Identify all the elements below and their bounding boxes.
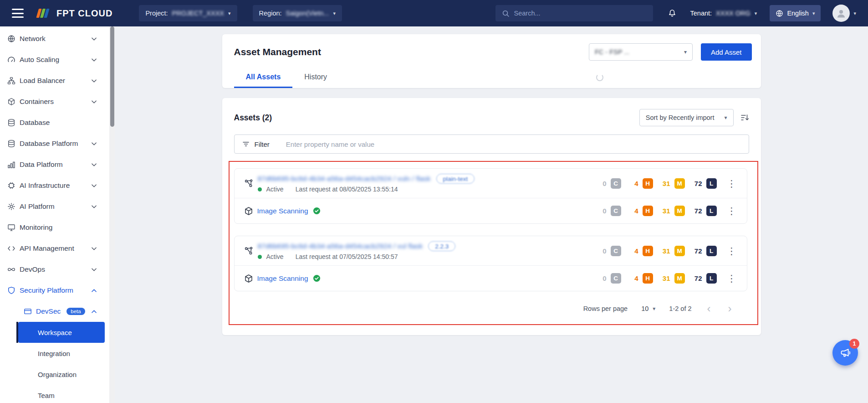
- sort-order-icon: [740, 113, 749, 122]
- top-navbar: FPT CLOUD Project: PROJECT_XXXX ▾ Region…: [0, 0, 868, 26]
- shield-icon: [7, 286, 15, 294]
- medium-badge: M: [674, 273, 685, 284]
- api-icon: [7, 244, 15, 253]
- medium-badge: M: [674, 206, 685, 216]
- sidebar-item-monitoring[interactable]: Monitoring: [0, 217, 109, 238]
- sidebar-item-ai-platform[interactable]: AI Platform: [0, 196, 109, 217]
- sidebar-item-devsec[interactable]: DevSec beta: [0, 301, 109, 322]
- user-icon: [836, 8, 847, 19]
- asset-row: 87d6b695-bc6d-4b34-a56a-d454cacb2924 / v…: [235, 236, 747, 265]
- sidebar-item-integration[interactable]: Integration: [0, 343, 109, 364]
- critical-badge: C: [611, 273, 621, 284]
- chevron-down-icon: ▾: [755, 10, 757, 16]
- chevron-up-icon: [92, 289, 97, 292]
- scope-select[interactable]: FC - FSP ... ▾: [589, 43, 693, 61]
- filter-icon: [242, 140, 250, 148]
- user-menu[interactable]: ▾: [832, 5, 856, 22]
- image-scanning-link[interactable]: Image Scanning: [257, 274, 308, 283]
- critical-badge: C: [611, 178, 621, 189]
- severity-counters: 0C 4H 31M 72L: [589, 246, 717, 256]
- project-value: PROJECT_XXXX: [172, 10, 224, 17]
- sidebar-item-load-balancer[interactable]: Load Balancer: [0, 70, 109, 91]
- project-selector[interactable]: Project: PROJECT_XXXX ▾: [139, 5, 237, 21]
- language-label: English: [787, 10, 809, 17]
- medium-count: 31: [660, 207, 670, 215]
- fpt-logo-icon: [35, 7, 52, 19]
- cube-icon: [244, 207, 253, 216]
- database-icon: [7, 119, 15, 127]
- sidebar-item-security-platform[interactable]: Security Platform: [0, 280, 109, 301]
- tenant-value: XXXX ORG: [716, 10, 751, 17]
- sidebar-item-database[interactable]: Database: [0, 112, 109, 133]
- high-count: 4: [628, 180, 638, 187]
- chevron-down-icon: [92, 163, 97, 166]
- scrollbar-thumb[interactable]: [110, 26, 114, 127]
- sidebar-scrollbar[interactable]: [109, 26, 115, 403]
- asset-name-link[interactable]: 87d6b695-bc6d-4b34-a56a-d454cacb2924 / v…: [258, 242, 423, 250]
- sort-order-button[interactable]: [740, 113, 749, 122]
- add-asset-button[interactable]: Add Asset: [701, 43, 752, 61]
- filter-label: Filter: [255, 140, 270, 148]
- app-root: FPT CLOUD Project: PROJECT_XXXX ▾ Region…: [0, 0, 868, 403]
- rows-per-page-label: Rows per page: [583, 305, 628, 312]
- sidebar-item-organization[interactable]: Organization: [0, 364, 109, 385]
- critical-count: 0: [597, 207, 607, 215]
- rows-per-page-select[interactable]: 10 ▾: [641, 305, 655, 312]
- devops-icon: [7, 265, 15, 274]
- language-selector[interactable]: English ▾: [770, 5, 821, 21]
- tab-history[interactable]: History: [292, 67, 339, 88]
- sort-select[interactable]: Sort by Recently import ▾: [639, 109, 734, 126]
- asset-graph-icon: [244, 179, 254, 188]
- sidebar-item-auto-scaling[interactable]: Auto Scaling: [0, 49, 109, 70]
- sidebar-item-team[interactable]: Team: [0, 385, 109, 403]
- monitor-icon: [7, 223, 15, 232]
- medium-count: 31: [660, 274, 670, 282]
- chevron-down-icon: ▾: [724, 114, 727, 121]
- asset-graph-icon: [244, 246, 254, 256]
- megaphone-icon: [839, 347, 852, 359]
- asset-name-link[interactable]: 87d6b695-bc6d-4b34-a56a-d454cacb2924 / v…: [258, 175, 431, 183]
- assets-list-card: Assets (2) Sort by Recently import ▾ Fil…: [222, 98, 761, 335]
- high-badge: H: [643, 178, 653, 189]
- medium-count: 31: [660, 247, 670, 255]
- search-input[interactable]: [514, 10, 647, 17]
- sidebar-item-data-platform[interactable]: Data Platform: [0, 154, 109, 175]
- row-menu-button[interactable]: ⋮: [725, 246, 739, 256]
- gear-icon: [7, 202, 15, 211]
- row-menu-button[interactable]: ⋮: [725, 179, 739, 188]
- next-page-button[interactable]: ›: [726, 303, 734, 314]
- critical-count: 0: [597, 180, 607, 187]
- sidebar-item-containers[interactable]: Containers: [0, 91, 109, 112]
- menu-toggle-button[interactable]: [12, 9, 24, 18]
- region-selector[interactable]: Region: Saigon(Vietn... ▾: [253, 5, 342, 21]
- tab-all-assets[interactable]: All Assets: [234, 67, 293, 88]
- sidebar-item-ai-infrastructure[interactable]: AI Infrastructure: [0, 175, 109, 196]
- tenant-prefix: Tenant:: [690, 10, 712, 17]
- status-dot: [258, 255, 262, 259]
- assets-highlight-region: 87d6b695-bc6d-4b34-a56a-d454cacb2924 / v…: [229, 161, 758, 325]
- chevron-down-icon: [92, 205, 97, 208]
- database-platform-icon: [7, 140, 15, 148]
- sidebar-item-devops[interactable]: DevOps: [0, 259, 109, 280]
- tenant-selector[interactable]: Tenant: XXXX ORG ▾: [690, 10, 757, 17]
- row-menu-button[interactable]: ⋮: [725, 206, 739, 216]
- row-menu-button[interactable]: ⋮: [725, 274, 739, 283]
- image-scanning-link[interactable]: Image Scanning: [257, 207, 308, 215]
- low-count: 72: [692, 180, 702, 187]
- fpt-cloud-logo: FPT CLOUD: [35, 7, 112, 19]
- notifications-button[interactable]: [668, 9, 677, 18]
- logo-text: FPT CLOUD: [56, 8, 112, 19]
- sidebar-item-network[interactable]: Network: [0, 28, 109, 49]
- announcements-fab[interactable]: 1: [832, 340, 858, 366]
- sidebar-item-api-management[interactable]: API Management: [0, 238, 109, 259]
- sidebar-item-workspace[interactable]: Workspace: [18, 322, 105, 343]
- chevron-down-icon: [92, 142, 97, 145]
- asset-management-header-card: Asset Management FC - FSP ... ▾ Add Asse…: [222, 34, 761, 88]
- previous-page-button[interactable]: ‹: [705, 303, 713, 314]
- region-value: Saigon(Vietn...: [286, 10, 329, 17]
- low-badge: L: [706, 178, 717, 189]
- sidebar-item-database-platform[interactable]: Database Platform: [0, 133, 109, 154]
- high-badge: H: [643, 246, 653, 256]
- region-prefix: Region:: [259, 10, 282, 17]
- filter-input[interactable]: [274, 140, 741, 148]
